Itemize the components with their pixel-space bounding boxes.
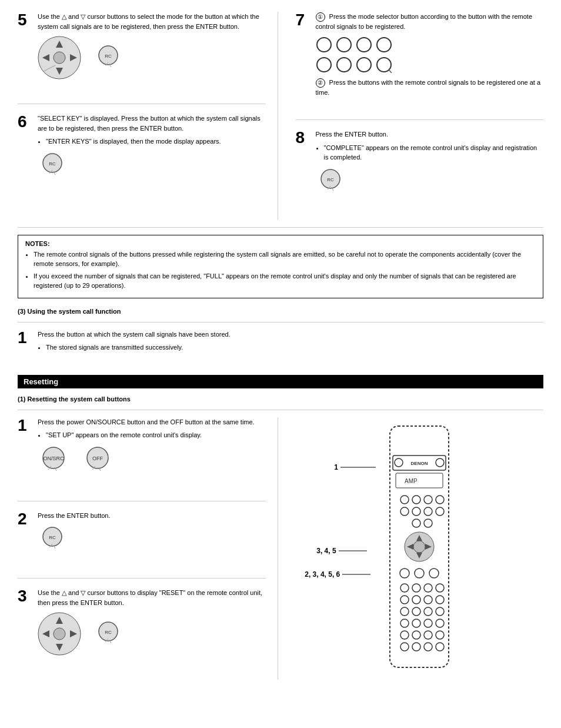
reset-step-3-icons: RC (38, 612, 266, 656)
svg-point-101 (424, 643, 432, 651)
label-23456: 2, 3, 4, 5, 6 (305, 570, 370, 579)
mode-btn-8-hand (376, 56, 392, 73)
svg-point-66 (424, 507, 432, 516)
step-6-block: 6 "SELECT KEY" is displayed. Press the b… (18, 114, 266, 195)
enter-button-icon: RC (94, 44, 123, 73)
top-section: 5 Use the △ and ▽ cursor buttons to sele… (18, 12, 543, 220)
svg-point-67 (436, 507, 444, 516)
step-7-sub1: ① Press the mode selector button accordi… (316, 12, 544, 32)
step-7-block: 7 ① Press the mode selector button accor… (296, 12, 544, 110)
svg-point-86 (436, 596, 444, 604)
svg-point-68 (412, 519, 420, 527)
reset-step-1-bullets: "SET UP" appears on the remote control u… (46, 430, 266, 440)
right-column: 7 ① Press the mode selector button accor… (290, 12, 544, 220)
step-8-number: 8 (296, 129, 310, 201)
finger-press-icon-2: OFF (82, 445, 114, 477)
svg-text:AMP: AMP (405, 478, 418, 484)
step-7-sub2: ② Press the buttons with the remote cont… (316, 78, 544, 98)
svg-text:RC: RC (105, 630, 112, 635)
finger-press-icon-1: ON/SRC (38, 445, 70, 477)
reset-step-2-text: Press the ENTER button. (38, 511, 266, 521)
svg-point-62 (424, 496, 432, 504)
svg-rect-58 (396, 473, 443, 488)
using-step-1-content: Press the button at which the system cal… (38, 330, 543, 356)
mode-btn-3 (356, 36, 372, 53)
svg-point-17 (357, 38, 371, 52)
reset-step-2-block: 2 Press the ENTER button. RC (18, 511, 266, 569)
svg-point-93 (424, 619, 432, 627)
svg-point-92 (412, 619, 420, 627)
step-6-text: "SELECT KEY" is displayed. Press the but… (38, 114, 266, 133)
svg-point-99 (400, 643, 409, 651)
step-5-text: Use the △ and ▽ cursor buttons to select… (38, 12, 266, 31)
mode-btn-1 (316, 36, 332, 53)
svg-point-71 (413, 541, 425, 553)
step-5-icons: RC (38, 36, 266, 80)
svg-point-69 (424, 519, 432, 527)
svg-point-98 (436, 631, 444, 639)
svg-point-80 (412, 584, 420, 592)
svg-point-96 (412, 631, 420, 639)
svg-point-87 (400, 607, 409, 616)
svg-point-64 (400, 507, 409, 516)
enter-button-icon-6: RC (38, 151, 67, 181)
svg-text:RC: RC (49, 161, 56, 167)
svg-point-55 (395, 458, 403, 467)
divider-5-6 (18, 104, 266, 104)
step-6-content: "SELECT KEY" is displayed. Press the but… (38, 114, 266, 185)
svg-point-83 (400, 596, 409, 604)
label-1: 1 (334, 463, 376, 471)
svg-point-21 (357, 58, 371, 72)
resetting-section: 1 Press the power ON/SOURCE button and t… (18, 417, 543, 680)
svg-point-89 (424, 607, 432, 616)
svg-point-85 (424, 596, 432, 604)
svg-point-1 (54, 52, 65, 64)
step-6-icons: RC (38, 151, 266, 181)
step-6-bullets: "ENTER KEYS" is displayed, then the mode… (46, 137, 266, 147)
svg-point-102 (436, 643, 444, 651)
reset-divider-2-3 (18, 578, 266, 579)
svg-text:ON/SRC: ON/SRC (43, 456, 64, 461)
svg-point-91 (400, 619, 409, 627)
notes-box: NOTES: The remote control signals of the… (18, 235, 543, 298)
svg-point-97 (424, 631, 432, 639)
svg-text:OFF: OFF (92, 456, 103, 461)
svg-point-16 (337, 38, 351, 52)
reset-step-1-number: 1 (18, 417, 32, 482)
remote-diagram-area: 1 3, 4, 5 2, 3, 4, 5, 6 DENON (290, 417, 544, 680)
svg-point-100 (412, 643, 420, 651)
label-1-text: 1 (334, 463, 338, 471)
reset-step-2-number: 2 (18, 511, 32, 560)
svg-point-77 (415, 569, 424, 578)
notes-item-2: If you exceed the number of signals that… (34, 271, 536, 291)
remote-with-labels: 1 3, 4, 5 2, 3, 4, 5, 6 DENON (381, 423, 458, 672)
using-step-1-text: Press the button at which the system cal… (38, 330, 543, 340)
dpad-icon-r3 (38, 612, 82, 656)
step-8-bullets: "COMPLETE" appears on the remote control… (324, 143, 544, 162)
label-1-line (340, 467, 376, 468)
svg-point-95 (400, 631, 409, 639)
svg-point-65 (412, 507, 420, 516)
mode-btn-2 (336, 36, 352, 53)
step-8-text: Press the ENTER button. (316, 129, 544, 139)
remote-control-svg: DENON AMP (381, 423, 458, 670)
mode-buttons-grid (316, 36, 544, 73)
step-7-number: 7 (296, 12, 310, 101)
notes-top-divider (18, 227, 543, 228)
resetting-divider (18, 410, 543, 410)
using-system-call-heading: (3) Using the system call function (18, 308, 543, 315)
svg-point-60 (400, 496, 409, 504)
label-345: 3, 4, 5 (316, 547, 366, 555)
svg-point-79 (400, 584, 409, 592)
svg-point-82 (436, 584, 444, 592)
reset-step-1-bullet: "SET UP" appears on the remote control u… (46, 430, 266, 440)
svg-point-63 (436, 496, 444, 504)
mode-btn-5 (316, 56, 332, 73)
enter-button-icon-r3: RC (94, 620, 123, 649)
reset-step-2-content: Press the ENTER button. RC (38, 511, 266, 560)
step-8-bullet-1: "COMPLETE" appears on the remote control… (324, 143, 544, 162)
step-6-number: 6 (18, 114, 32, 185)
svg-point-15 (317, 38, 331, 52)
svg-point-76 (400, 569, 409, 578)
step-8-icons: RC (316, 167, 544, 197)
